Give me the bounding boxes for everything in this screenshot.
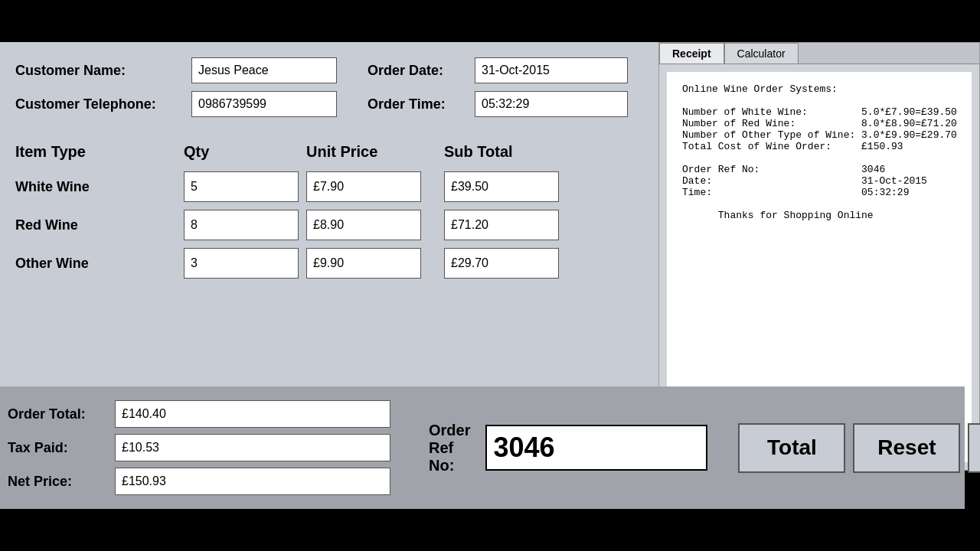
order-total-label: Order Total: xyxy=(8,406,107,422)
reset-button[interactable]: Reset xyxy=(853,423,960,473)
action-buttons: Total Reset Display Exit xyxy=(738,423,980,473)
customer-tel-label: Customer Telephone: xyxy=(15,96,184,112)
table-header: Item Type Qty Unit Price Sub Total xyxy=(15,140,643,164)
total-button[interactable]: Total xyxy=(738,423,845,473)
order-total-input[interactable] xyxy=(115,400,390,428)
white-wine-price[interactable] xyxy=(306,171,421,202)
customer-name-label: Customer Name: xyxy=(15,63,184,79)
app-container: Customer Name: Customer Telephone: Order… xyxy=(0,0,980,551)
bottom-panel: Order Total: Tax Paid: Net Price: Order … xyxy=(0,386,965,509)
tax-paid-row: Tax Paid: xyxy=(8,434,390,461)
order-ref-label: Order Ref No: xyxy=(429,422,470,474)
order-time-row: Order Time: xyxy=(368,91,628,117)
customer-tel-input[interactable] xyxy=(191,91,337,117)
net-price-row: Net Price: xyxy=(8,468,390,495)
table-row: White Wine xyxy=(15,171,643,202)
customer-name-input[interactable] xyxy=(191,57,337,83)
other-wine-subtotal[interactable] xyxy=(444,248,559,279)
red-wine-subtotal[interactable] xyxy=(444,210,559,240)
th-unit-price: Unit Price xyxy=(306,140,444,164)
tax-paid-label: Tax Paid: xyxy=(8,440,107,456)
tax-paid-input[interactable] xyxy=(115,434,390,461)
main-panel: Customer Name: Customer Telephone: Order… xyxy=(0,42,658,509)
bottom-left: Order Total: Tax Paid: Net Price: xyxy=(8,400,390,495)
display-button[interactable]: Display xyxy=(968,423,980,473)
white-wine-subtotal[interactable] xyxy=(444,171,559,202)
other-wine-price[interactable] xyxy=(306,248,421,279)
bottom-right: Order Ref No: xyxy=(429,422,707,474)
other-wine-label: Other Wine xyxy=(15,256,184,272)
red-wine-qty[interactable] xyxy=(184,210,299,240)
tab-receipt[interactable]: Receipt xyxy=(659,43,724,64)
net-price-input[interactable] xyxy=(115,468,390,495)
th-subtotal: Sub Total xyxy=(444,140,612,164)
th-item-type: Item Type xyxy=(15,140,184,164)
order-date-row: Order Date: xyxy=(368,57,628,83)
white-wine-label: White Wine xyxy=(15,179,184,195)
other-wine-qty[interactable] xyxy=(184,248,299,279)
top-form: Customer Name: Customer Telephone: Order… xyxy=(15,57,643,117)
net-price-label: Net Price: xyxy=(8,474,107,490)
order-time-label: Order Time: xyxy=(368,96,467,112)
red-wine-price[interactable] xyxy=(306,210,421,240)
white-wine-qty[interactable] xyxy=(184,171,299,202)
right-fields: Order Date: Order Time: xyxy=(368,57,628,117)
order-time-input[interactable] xyxy=(475,91,628,117)
table-row: Red Wine xyxy=(15,210,643,240)
customer-name-row: Customer Name: xyxy=(15,57,337,83)
customer-tel-row: Customer Telephone: xyxy=(15,91,337,117)
tab-calculator[interactable]: Calculator xyxy=(724,43,799,64)
order-date-label: Order Date: xyxy=(368,63,467,79)
left-fields: Customer Name: Customer Telephone: xyxy=(15,57,337,117)
order-total-row: Order Total: xyxy=(8,400,390,428)
tab-bar: Receipt Calculator xyxy=(659,43,979,64)
table-row: Other Wine xyxy=(15,248,643,279)
order-ref-input[interactable] xyxy=(485,425,707,471)
order-date-input[interactable] xyxy=(475,57,628,83)
th-qty: Qty xyxy=(184,140,306,164)
order-table: Item Type Qty Unit Price Sub Total White… xyxy=(15,140,643,286)
red-wine-label: Red Wine xyxy=(15,217,184,233)
